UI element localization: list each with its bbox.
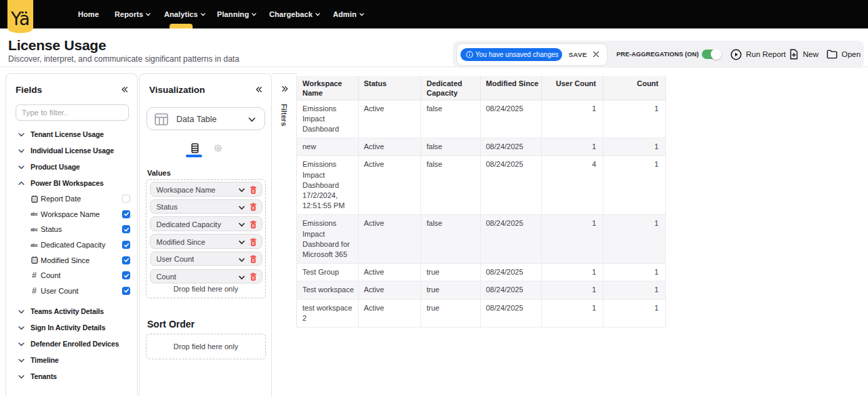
values-drop-hint: Drop field here only bbox=[146, 285, 265, 293]
field-group-tenants[interactable]: Tenants bbox=[6, 368, 137, 384]
trash-icon[interactable] bbox=[250, 238, 257, 246]
field-checkbox-checked[interactable] bbox=[122, 225, 130, 233]
trash-icon[interactable] bbox=[250, 273, 257, 281]
visualization-panel: Visualization Data Table bbox=[139, 73, 272, 396]
table-row: Test GroupActivetrue08/24/202511 bbox=[297, 264, 666, 281]
table-cell: false bbox=[421, 100, 481, 138]
table-cell: 1 bbox=[541, 299, 604, 327]
brand-logo[interactable]: Yä bbox=[7, 0, 33, 33]
collapse-viz-icon[interactable] bbox=[255, 85, 263, 94]
run-report-label: Run Report bbox=[746, 50, 786, 58]
tab-settings[interactable] bbox=[208, 144, 228, 161]
field-checkbox-checked[interactable] bbox=[122, 256, 130, 264]
close-icon[interactable] bbox=[593, 51, 599, 58]
chevron-down-icon[interactable] bbox=[238, 256, 245, 264]
value-field-pill-modified-since[interactable]: Modified Since bbox=[150, 234, 262, 249]
values-drop-zone[interactable]: Workspace NameStatusDedicated CapacityMo… bbox=[146, 179, 266, 298]
nav-item-home[interactable]: Home bbox=[78, 0, 99, 28]
open-button[interactable]: Open bbox=[827, 41, 861, 68]
value-field-pill-status[interactable]: Status bbox=[150, 199, 262, 214]
value-field-pill-count[interactable]: Count bbox=[150, 269, 262, 284]
table-row: newActivefalse08/24/202511 bbox=[297, 138, 666, 156]
table-cell: test workspace 2 bbox=[297, 299, 359, 327]
run-report-button[interactable]: Run Report bbox=[730, 41, 786, 68]
table-cell: 08/24/2025 bbox=[480, 281, 541, 299]
viz-type-select[interactable]: Data Table bbox=[146, 107, 265, 130]
value-field-label: Modified Since bbox=[157, 238, 205, 246]
fields-panel-title: Fields bbox=[16, 85, 42, 95]
nav-item-label: Home bbox=[78, 10, 99, 18]
field-checkbox-unchecked[interactable] bbox=[122, 195, 130, 203]
nav-item-label: Admin bbox=[333, 10, 357, 18]
nav-item-planning[interactable]: Planning bbox=[217, 0, 257, 28]
info-icon bbox=[466, 51, 473, 58]
field-checkbox-checked[interactable] bbox=[122, 287, 130, 295]
field-checkbox-checked[interactable] bbox=[122, 271, 130, 279]
column-header-dedicated-capacity: Dedicated Capacity bbox=[421, 76, 481, 100]
table-cell: 1 bbox=[541, 264, 604, 281]
value-field-pill-user-count[interactable]: User Count bbox=[150, 252, 262, 266]
new-label: New bbox=[803, 50, 818, 58]
field-item-user-count: #User Count bbox=[6, 283, 137, 299]
active-nav-indicator bbox=[170, 24, 193, 28]
value-field-label: Dedicated Capacity bbox=[157, 220, 221, 229]
field-checkbox-checked[interactable] bbox=[122, 241, 130, 249]
field-group-label: Power BI Workspaces bbox=[31, 179, 104, 187]
trash-icon[interactable] bbox=[250, 255, 257, 263]
save-button[interactable]: SAVE bbox=[569, 51, 587, 58]
field-group-label: Teams Activity Details bbox=[31, 307, 104, 315]
table-row: Emissions Impact DashboardActivefalse08/… bbox=[297, 100, 666, 138]
field-item-label: User Count bbox=[41, 287, 79, 295]
column-header-workspace-name: Workspace Name bbox=[297, 76, 359, 100]
field-item-label: Count bbox=[41, 271, 60, 279]
value-field-label: User Count bbox=[157, 255, 195, 263]
field-group-individual-license-usage[interactable]: Individual License Usage bbox=[6, 142, 137, 159]
field-group-product-usage[interactable]: Product Usage bbox=[6, 159, 137, 175]
value-field-pill-workspace-name[interactable]: Workspace Name bbox=[150, 182, 262, 197]
table-row: Emissions Impact Dashboard for Microsoft… bbox=[297, 215, 666, 264]
chevron-down-icon[interactable] bbox=[238, 221, 245, 229]
new-button[interactable]: New bbox=[789, 41, 818, 68]
sort-order-drop-zone[interactable]: Drop field here only bbox=[146, 334, 266, 359]
field-group-tenant-license-usage[interactable]: Tenant License Usage bbox=[6, 126, 137, 142]
unsaved-changes-text: You have unsaved changes bbox=[475, 51, 559, 58]
fields-filter-input[interactable] bbox=[16, 104, 129, 121]
field-group-timeline[interactable]: Timeline bbox=[6, 352, 137, 368]
trash-icon[interactable] bbox=[250, 186, 257, 194]
table-cell: Active bbox=[358, 215, 421, 264]
chevron-down-icon bbox=[18, 324, 25, 332]
pre-aggregations-toggle[interactable] bbox=[702, 50, 721, 59]
field-item-status: abcStatus bbox=[6, 222, 137, 237]
chevron-down-icon[interactable] bbox=[238, 274, 245, 281]
chevron-down-icon bbox=[18, 340, 25, 348]
trash-icon[interactable] bbox=[250, 220, 257, 229]
table-header-row: Workspace NameStatusDedicated CapacityMo… bbox=[297, 76, 666, 100]
expand-filters-icon[interactable] bbox=[281, 85, 289, 93]
field-item-label: Report Date bbox=[41, 195, 81, 203]
field-item-label: Modified Since bbox=[41, 256, 90, 264]
chevron-down-icon[interactable] bbox=[238, 239, 245, 246]
field-checkbox-checked[interactable] bbox=[122, 210, 130, 218]
nav-item-admin[interactable]: Admin bbox=[333, 0, 365, 28]
fields-tree: Tenant License UsageIndividual License U… bbox=[6, 126, 137, 384]
column-header-modified-since: Modified Since bbox=[480, 76, 541, 100]
chevron-down-icon[interactable] bbox=[238, 186, 245, 194]
unsaved-changes-box: You have unsaved changes SAVE bbox=[456, 43, 608, 66]
nav-item-chargeback[interactable]: Chargeback bbox=[269, 0, 321, 28]
value-field-pill-dedicated-capacity[interactable]: Dedicated Capacity bbox=[150, 216, 262, 231]
field-group-power-bi-workspaces[interactable]: Power BI Workspaces bbox=[6, 175, 137, 191]
calendar-icon bbox=[31, 195, 38, 203]
collapse-fields-icon[interactable] bbox=[121, 85, 129, 94]
field-group-sign-in-activity-details[interactable]: Sign In Activity Details bbox=[6, 319, 137, 336]
number-field-icon: # bbox=[32, 286, 37, 296]
trash-icon[interactable] bbox=[250, 203, 257, 211]
field-group-teams-activity-details[interactable]: Teams Activity Details bbox=[6, 303, 137, 319]
value-field-label: Workspace Name bbox=[157, 186, 216, 194]
field-group-defender-enrolled-devices[interactable]: Defender Enrolled Devices bbox=[6, 336, 137, 352]
nav-item-reports[interactable]: Reports bbox=[115, 0, 151, 28]
chevron-down-icon[interactable] bbox=[238, 204, 245, 212]
active-tab-indicator bbox=[186, 155, 202, 158]
column-header-user-count: User Count bbox=[541, 76, 604, 100]
fields-panel-header: Fields bbox=[6, 74, 137, 105]
table-cell: false bbox=[421, 138, 481, 156]
